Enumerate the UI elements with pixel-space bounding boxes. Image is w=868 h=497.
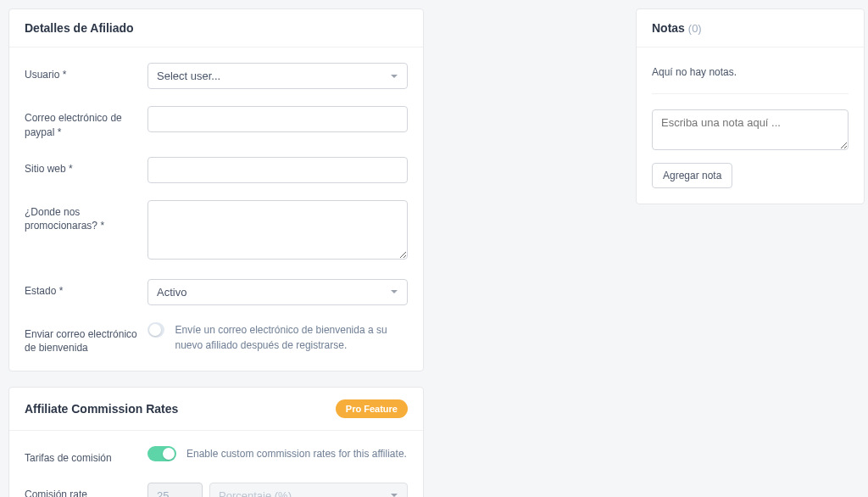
rates-label: Tarifas de comisión <box>25 446 147 466</box>
notes-empty: Aquí no hay notas. <box>652 63 849 93</box>
paypal-input[interactable] <box>147 106 408 132</box>
status-select[interactable]: Activo <box>147 279 408 305</box>
affiliate-details-card: Detalles de Afiliado Usuario * Select us… <box>8 8 424 371</box>
enable-rates-desc: Enable custom commission rates for this … <box>186 446 407 461</box>
enable-rates-toggle[interactable] <box>147 446 176 461</box>
status-label: Estado * <box>25 279 147 299</box>
welcome-toggle[interactable] <box>147 322 164 338</box>
user-select[interactable]: Select user... <box>147 63 408 89</box>
rate-type-select[interactable]: Porcentaje (%) <box>209 483 408 497</box>
paypal-label: Correo electrónico de paypal * <box>25 106 147 140</box>
notes-count: (0) <box>688 22 702 35</box>
card-title: Notas (0) <box>652 21 702 35</box>
welcome-desc: Envíe un correo electrónico de bienvenid… <box>175 322 408 353</box>
website-label: Sitio web * <box>25 157 147 176</box>
card-title: Detalles de Afiliado <box>25 21 134 35</box>
website-input[interactable] <box>147 157 408 183</box>
promote-label: ¿Donde nos promocionaras? * <box>25 200 147 234</box>
notes-card: Notas (0) Aquí no hay notas. Agregar not… <box>636 8 865 204</box>
rate-value-input[interactable] <box>147 483 203 497</box>
promote-textarea[interactable] <box>147 200 408 260</box>
pro-badge: Pro Feature <box>336 399 408 418</box>
commission-rates-card: Affiliate Commission Rates Pro Feature T… <box>8 387 424 497</box>
add-note-button[interactable]: Agregar nota <box>652 163 732 188</box>
notes-title: Notas <box>652 21 685 35</box>
note-textarea[interactable] <box>652 109 849 150</box>
rate-label: Comisión rate <box>25 483 147 497</box>
card-title: Affiliate Commission Rates <box>25 402 178 416</box>
welcome-label: Enviar correo electrónico de bienvenida <box>25 322 147 356</box>
user-label: Usuario * <box>25 63 147 82</box>
